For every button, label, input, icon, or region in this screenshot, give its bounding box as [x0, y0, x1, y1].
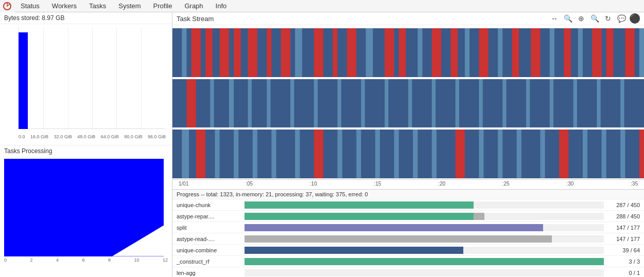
- stream-row-2: [172, 79, 644, 128]
- stream-x-5: :25: [500, 181, 512, 187]
- svg-rect-45: [456, 79, 459, 128]
- progress-count: 288 / 450: [608, 213, 644, 219]
- svg-rect-53: [172, 130, 644, 178]
- svg-rect-47: [502, 79, 506, 128]
- nav-profile[interactable]: Profile: [147, 0, 179, 12]
- svg-rect-46: [479, 79, 482, 128]
- svg-rect-67: [432, 130, 437, 178]
- svg-rect-50: [573, 79, 577, 128]
- svg-rect-38: [290, 79, 294, 128]
- stream-x-2: :10: [308, 181, 319, 187]
- svg-rect-61: [314, 130, 323, 178]
- progress-row-label: len-agg: [172, 270, 245, 276]
- main-content: Bytes stored: 8.97 GB: [0, 12, 644, 277]
- svg-rect-13: [347, 28, 356, 77]
- progress-row-label: split: [172, 225, 245, 231]
- svg-rect-7: [248, 28, 257, 77]
- svg-rect-73: [559, 130, 568, 178]
- progress-row: unique-combine39 / 64: [172, 245, 644, 256]
- svg-rect-16: [399, 28, 406, 77]
- stream-x-6: :30: [564, 181, 576, 187]
- nav-system[interactable]: System: [112, 0, 147, 12]
- svg-rect-20: [465, 28, 469, 77]
- tasks-canvas-notch: [112, 226, 164, 256]
- nav-tasks[interactable]: Tasks: [83, 0, 112, 12]
- svg-rect-42: [385, 79, 388, 128]
- task-stream-header: Task Stream ↔ 🔍 ⊕ 🔍 ↻ 💬 ⚫: [172, 12, 644, 25]
- progress-row-label: unique-chunk: [172, 202, 245, 208]
- refresh-icon[interactable]: ↻: [603, 13, 613, 24]
- progress-bar-container: [245, 247, 604, 254]
- progress-row-label: astype-repar....: [172, 213, 245, 219]
- svg-rect-24: [531, 28, 540, 77]
- svg-rect-75: [602, 130, 606, 178]
- svg-rect-74: [583, 130, 587, 178]
- zoom-out-icon[interactable]: ⊕: [576, 13, 586, 24]
- svg-rect-65: [394, 130, 399, 178]
- pan-icon[interactable]: ↔: [549, 13, 560, 24]
- progress-bar-container: [245, 269, 604, 276]
- x-label-6: 96.0 GiB: [148, 134, 166, 139]
- svg-rect-33: [186, 79, 196, 128]
- progress-bar-filled: [245, 235, 543, 243]
- svg-rect-55: [196, 130, 205, 178]
- app-logo: [0, 0, 14, 12]
- svg-rect-18: [432, 28, 441, 77]
- nav-status[interactable]: Status: [14, 0, 46, 12]
- progress-count: 147 / 177: [608, 236, 644, 242]
- x-label-1: 16.0 GiB: [30, 134, 48, 139]
- svg-rect-63: [356, 130, 361, 178]
- svg-rect-6: [234, 28, 241, 77]
- tasks-x-4: 8: [108, 257, 111, 263]
- svg-rect-70: [498, 130, 502, 178]
- stream-rows: [172, 25, 644, 179]
- nav-info[interactable]: Info: [210, 0, 233, 12]
- svg-rect-77: [639, 130, 644, 178]
- comment-icon[interactable]: 💬: [616, 13, 626, 24]
- svg-rect-68: [456, 130, 465, 178]
- svg-rect-11: [314, 28, 323, 77]
- progress-bar-container: [245, 258, 604, 265]
- color-icon[interactable]: ⚫: [630, 13, 640, 24]
- progress-row: split147 / 177: [172, 222, 644, 233]
- progress-rows: unique-chunk287 / 450astype-repar....288…: [172, 199, 644, 277]
- progress-bar-container: [245, 201, 604, 209]
- svg-rect-34: [210, 79, 214, 128]
- bytes-chart-canvas: 0.0 16.0 GiB 32.0 GiB 48.0 GiB 64.0 GiB …: [4, 26, 168, 139]
- progress-count: 287 / 450: [608, 202, 644, 208]
- stream-x-3: :15: [372, 181, 383, 187]
- progress-bar-container: [245, 235, 604, 243]
- progress-bar-secondary: [542, 235, 552, 243]
- svg-rect-27: [578, 28, 583, 77]
- zoom-in-icon[interactable]: 🔍: [563, 13, 573, 24]
- chart-bars: [19, 27, 166, 129]
- chart-bar-main: [19, 32, 28, 129]
- svg-rect-2: [182, 28, 186, 77]
- svg-rect-21: [479, 28, 488, 77]
- x-label-0: 0.0: [19, 134, 25, 139]
- stream-row-3: [172, 130, 644, 178]
- svg-rect-9: [281, 28, 290, 77]
- zoom-fit-icon[interactable]: 🔍: [589, 13, 600, 24]
- svg-rect-12: [333, 28, 337, 77]
- progress-row: astype-repar....288 / 450: [172, 211, 644, 222]
- svg-rect-39: [314, 79, 318, 128]
- svg-rect-40: [338, 79, 341, 128]
- nav-graph[interactable]: Graph: [178, 0, 209, 12]
- stream-x-4: :20: [436, 181, 447, 187]
- x-label-4: 64.0 GiB: [101, 134, 119, 139]
- task-stream-chart: 1/01 :05 :10 :15 :20 :25 :30 :35: [172, 25, 644, 190]
- svg-rect-26: [564, 28, 571, 77]
- progress-bar-secondary: [474, 213, 484, 220]
- tasks-x-0: 0: [4, 257, 7, 263]
- svg-rect-41: [361, 79, 364, 128]
- svg-rect-52: [620, 79, 624, 128]
- tasks-chart: 0 2 4 6 8 10 12: [0, 157, 172, 278]
- progress-bar-filled: [245, 213, 475, 220]
- x-label-3: 48.0 GiB: [77, 134, 95, 139]
- tasks-x-1: 2: [30, 257, 32, 263]
- progress-row-label: _construct_rf: [172, 258, 245, 265]
- nav-workers[interactable]: Workers: [46, 0, 83, 12]
- progress-row: unique-chunk287 / 450: [172, 199, 644, 211]
- right-panel: Task Stream ↔ 🔍 ⊕ 🔍 ↻ 💬 ⚫: [172, 12, 644, 277]
